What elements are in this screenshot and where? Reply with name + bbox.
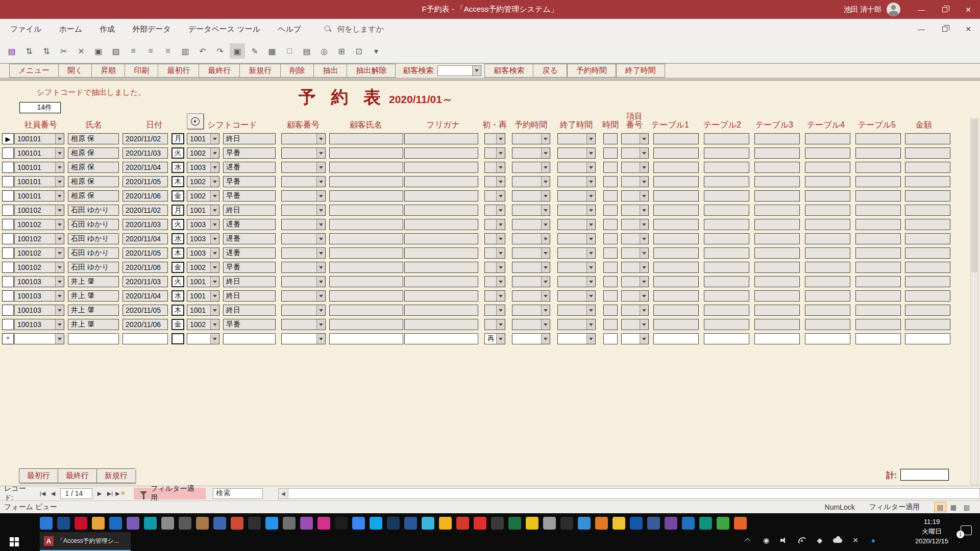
row-selector[interactable] — [2, 247, 14, 259]
date-field[interactable]: 2020/11/06 — [122, 190, 168, 202]
speaker-icon[interactable] — [779, 536, 789, 545]
shift-code-field[interactable]: 1001 — [187, 133, 219, 144]
row-selector[interactable] — [2, 305, 14, 316]
employee-id-field[interactable]: 100102 — [14, 219, 64, 230]
table3-field[interactable] — [754, 205, 800, 216]
table3-field[interactable] — [754, 305, 800, 316]
customer-name-field[interactable] — [329, 233, 403, 244]
amount-field[interactable] — [905, 133, 950, 144]
table2-field[interactable] — [704, 190, 749, 202]
cortana-icon[interactable]: ● — [869, 536, 878, 545]
footer-nav-button[interactable]: 最初行 — [19, 468, 58, 483]
teams-icon[interactable]: ◉ — [762, 536, 771, 545]
furigana-field[interactable] — [404, 262, 478, 273]
customer-id-field[interactable] — [281, 319, 326, 330]
pinned-app-icon[interactable] — [422, 517, 434, 530]
pinned-app-icon[interactable] — [213, 517, 226, 530]
dropbox-icon[interactable]: ◆ — [815, 536, 824, 545]
row-selector[interactable] — [2, 233, 14, 244]
align-right-icon[interactable]: ≡ — [160, 43, 176, 59]
paste-icon[interactable]: ▨ — [108, 43, 124, 59]
notification-center-icon[interactable]: 1 — [961, 525, 972, 535]
customer-search-button[interactable]: 顧客検索 — [484, 64, 533, 78]
furigana-field[interactable] — [404, 205, 478, 216]
table2-field[interactable] — [704, 219, 749, 230]
date-field[interactable]: 2020/11/03 — [122, 219, 168, 230]
shift-code-field[interactable] — [187, 333, 219, 344]
item-number-field[interactable] — [621, 176, 649, 187]
amount-field[interactable] — [905, 247, 950, 259]
table4-field[interactable] — [805, 219, 850, 230]
employee-name-field[interactable]: 井上 肇 — [68, 305, 119, 316]
furigana-field[interactable] — [404, 162, 478, 173]
furigana-field[interactable] — [404, 176, 478, 187]
shift-name-field[interactable]: 遅番 — [223, 162, 276, 173]
furigana-field[interactable] — [404, 247, 478, 259]
total-field[interactable] — [900, 469, 949, 481]
shift-code-field[interactable]: 1003 — [187, 247, 219, 259]
employee-id-field[interactable]: 100102 — [14, 233, 64, 244]
pinned-app-icon[interactable] — [40, 517, 53, 530]
redo-icon[interactable]: ↷ — [212, 43, 228, 59]
action-button[interactable]: 抽出 — [313, 64, 347, 78]
pinned-app-icon[interactable] — [144, 517, 157, 530]
first-repeat-field[interactable] — [484, 205, 505, 216]
employee-id-field[interactable]: 100103 — [14, 276, 64, 287]
table3-field[interactable] — [754, 190, 800, 202]
table2-field[interactable] — [704, 333, 749, 344]
employee-id-field[interactable]: 100101 — [14, 133, 64, 144]
table1-field[interactable] — [653, 247, 699, 259]
start-button[interactable] — [0, 532, 29, 551]
close-icon[interactable]: ✕ — [957, 0, 980, 19]
first-repeat-field[interactable] — [484, 290, 505, 302]
table2-field[interactable] — [704, 162, 749, 173]
shift-code-field[interactable]: 1003 — [187, 162, 219, 173]
table1-field[interactable] — [653, 262, 699, 273]
insert-rows-down-icon[interactable]: ⇅ — [39, 43, 54, 59]
customer-name-field[interactable] — [329, 262, 403, 273]
footer-nav-button[interactable]: 最終行 — [58, 468, 96, 483]
date-field[interactable]: 2020/11/04 — [122, 162, 168, 173]
item-number-field[interactable] — [621, 147, 649, 159]
customer-name-field[interactable] — [329, 133, 403, 144]
furigana-field[interactable] — [404, 305, 478, 316]
first-repeat-field[interactable] — [484, 247, 505, 259]
time-field[interactable] — [603, 305, 618, 316]
customer-name-field[interactable] — [329, 333, 403, 344]
customer-name-field[interactable] — [329, 290, 403, 302]
table4-field[interactable] — [805, 133, 850, 144]
pinned-app-icon[interactable] — [75, 517, 87, 530]
pinned-app-icon[interactable] — [560, 517, 573, 530]
ribbon-tab[interactable]: 作成 — [100, 24, 115, 34]
furigana-field[interactable] — [404, 233, 478, 244]
time-field[interactable] — [603, 133, 618, 144]
table3-field[interactable] — [754, 162, 800, 173]
reserve-time-field[interactable] — [512, 333, 550, 344]
employee-id-field[interactable]: 100103 — [14, 290, 64, 302]
row-selector[interactable] — [2, 290, 14, 302]
employee-id-field[interactable]: 100101 — [14, 147, 64, 159]
row-selector[interactable] — [2, 162, 14, 173]
shift-name-field[interactable] — [223, 333, 276, 344]
time-field[interactable] — [603, 190, 618, 202]
end-time-field[interactable] — [557, 205, 596, 216]
first-repeat-field[interactable] — [484, 262, 505, 273]
shift-name-field[interactable]: 終日 — [223, 205, 276, 216]
first-repeat-field[interactable] — [484, 176, 505, 187]
customer-id-field[interactable] — [281, 176, 326, 187]
ribbon-tab[interactable]: ヘルプ — [278, 24, 301, 34]
amount-field[interactable] — [905, 276, 950, 287]
table2-field[interactable] — [704, 133, 749, 144]
employee-id-field[interactable]: 100103 — [14, 305, 64, 316]
date-field[interactable] — [122, 333, 168, 344]
shift-name-field[interactable]: 遅番 — [223, 219, 276, 230]
table4-field[interactable] — [805, 305, 850, 316]
table4-field[interactable] — [805, 176, 850, 187]
weekday-field[interactable]: 水 — [172, 233, 184, 244]
employee-id-field[interactable]: 100103 — [14, 319, 64, 330]
item-number-field[interactable] — [621, 133, 649, 144]
customer-name-field[interactable] — [329, 319, 403, 330]
customer-id-field[interactable] — [281, 276, 326, 287]
furigana-field[interactable] — [404, 319, 478, 330]
table4-field[interactable] — [805, 147, 850, 159]
